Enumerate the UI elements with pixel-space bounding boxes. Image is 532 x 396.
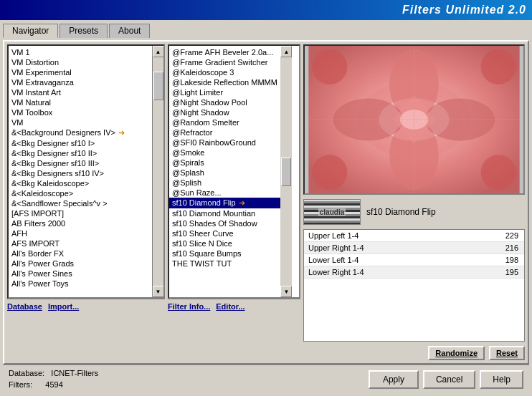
db-value: ICNET-Filters	[51, 369, 98, 377]
param-value: 198	[466, 254, 524, 266]
svg-point-10	[481, 155, 516, 190]
category-item[interactable]: All's Power Sines	[9, 269, 152, 279]
param-value: 229	[466, 230, 524, 242]
param-value: 195	[466, 266, 524, 279]
category-item[interactable]: All's Border FX	[9, 248, 152, 259]
param-label: Upper Right 1-4	[304, 242, 466, 254]
apply-btn[interactable]: Apply	[369, 370, 419, 389]
db-label: Database:	[9, 369, 44, 377]
filter-item[interactable]: @Sun Raze...	[169, 188, 280, 198]
category-item[interactable]: VM	[9, 117, 152, 127]
filter-item[interactable]: @Refractor	[169, 127, 280, 137]
param-row: Upper Right 1-4216	[304, 242, 524, 254]
category-item[interactable]: &<Bkg Kaleidoscope>	[9, 178, 152, 188]
param-label: Upper Left 1-4	[304, 230, 466, 242]
category-item[interactable]: AFH	[9, 228, 152, 238]
filter-list: @Frame AFH Beveler 2.0a...@Frame Gradien…	[169, 46, 280, 297]
category-item[interactable]: VM Instant Art	[9, 87, 152, 97]
param-value: 216	[466, 242, 524, 254]
filter-info-btn[interactable]: Filter Info...	[168, 302, 210, 311]
filter-item[interactable]: @Smoke	[169, 148, 280, 158]
filter-item[interactable]: @Light Limiter	[169, 87, 280, 97]
param-label: Lower Right 1-4	[304, 266, 466, 279]
category-item[interactable]: AB Filters 2000	[9, 218, 152, 228]
category-item[interactable]: VM Distortion	[9, 57, 152, 67]
tab-bar: Navigator Presets About	[3, 23, 529, 37]
filter-scroll-up[interactable]: ▲	[280, 46, 292, 57]
category-item[interactable]: [AFS IMPORT]	[9, 208, 152, 218]
filter-item[interactable]: @Frame Gradient Switcher	[169, 57, 280, 67]
preview-image	[303, 44, 525, 195]
tab-presets[interactable]: Presets	[60, 24, 108, 38]
filter-item[interactable]: @Night Shadow	[169, 107, 280, 117]
tab-navigator[interactable]: Navigator	[3, 24, 58, 38]
params-table: Upper Left 1-4229Upper Right 1-4216Lower…	[303, 229, 525, 342]
param-row: Lower Right 1-4195	[304, 266, 524, 279]
title-text: Filters Unlimited 2.0	[402, 4, 526, 16]
filter-item[interactable]: @Random Smelter	[169, 117, 280, 127]
category-list: VM 1VM DistortionVM ExperimentalVM Extra…	[9, 46, 152, 297]
filter-item[interactable]: @Splash	[169, 168, 280, 178]
category-item[interactable]: All's Power Toys	[9, 279, 152, 289]
category-item[interactable]: AFS IMPORT	[9, 238, 152, 248]
filter-info-row: claudia sf10 Diamond Flip	[303, 198, 525, 226]
category-item[interactable]: &<Background Designers IV>➜	[9, 127, 152, 138]
filter-item[interactable]: @Kaleidoscope 3	[169, 67, 280, 77]
scroll-down-btn[interactable]: ▼	[153, 286, 164, 297]
filter-item[interactable]: @Splish	[169, 178, 280, 188]
reset-btn[interactable]: Reset	[489, 346, 525, 360]
editor-btn[interactable]: Editor...	[216, 302, 244, 311]
filter-item[interactable]: @Spirals	[169, 158, 280, 168]
database-btn[interactable]: Database	[7, 302, 42, 311]
title-bar: Filters Unlimited 2.0	[0, 0, 532, 20]
category-item[interactable]: &<Kaleidoscope>	[9, 188, 152, 198]
param-row: Upper Left 1-4229	[304, 230, 524, 242]
filter-item[interactable]: THE TWIST TUT	[169, 259, 280, 269]
filter-item[interactable]: sf10 Shades Of Shadow	[169, 218, 280, 228]
category-item[interactable]: &<Sandflower Specials^v >	[9, 198, 152, 208]
status-bar: Database: ICNET-Filters Filters: 4594 Ap…	[3, 364, 529, 393]
filter-item[interactable]: sf10 Square Bumps	[169, 248, 280, 259]
param-row: Lower Left 1-4198	[304, 254, 524, 266]
category-item[interactable]: &<Bkg Designer sf10 I>	[9, 138, 152, 148]
import-btn[interactable]: Import...	[48, 302, 79, 311]
filter-item[interactable]: @Frame AFH Beveler 2.0a...	[169, 47, 280, 57]
category-item[interactable]: &<Bkg Designers sf10 IV>	[9, 168, 152, 178]
filter-item[interactable]: sf10 Diamond Mountian	[169, 208, 280, 218]
filter-thumbnail: claudia	[303, 199, 361, 225]
scroll-up-btn[interactable]: ▲	[153, 46, 164, 57]
category-item[interactable]: VM 1	[9, 47, 152, 57]
svg-point-8	[481, 49, 516, 84]
filter-item[interactable]: @Lakeside Reflection MMMM	[169, 77, 280, 87]
randomize-btn[interactable]: Randomize	[428, 346, 485, 360]
status-info: Database: ICNET-Filters Filters: 4594	[9, 368, 363, 390]
help-btn[interactable]: Help	[480, 370, 523, 389]
filters-value: 4594	[45, 380, 62, 389]
svg-point-9	[312, 155, 347, 190]
filter-item[interactable]: sf10 Sheer Curve	[169, 228, 280, 238]
tab-about[interactable]: About	[109, 24, 150, 38]
filter-item[interactable]: @Night Shadow Pool	[169, 97, 280, 107]
filter-name: sf10 Diamond Flip	[366, 207, 436, 217]
param-label: Lower Left 1-4	[304, 254, 466, 266]
category-item[interactable]: VM Natural	[9, 97, 152, 107]
randomize-reset-row: Randomize Reset	[303, 344, 525, 360]
category-item[interactable]: All's Power Grads	[9, 259, 152, 269]
filter-item[interactable]: sf10 Slice N Dice	[169, 238, 280, 248]
category-item[interactable]: VM Toolbox	[9, 107, 152, 117]
action-buttons: Apply Cancel Help	[369, 370, 523, 389]
category-item[interactable]: VM Extravaganza	[9, 77, 152, 87]
category-item[interactable]: &<Bkg Designer sf10 II>	[9, 148, 152, 158]
filter-item[interactable]: sf10 Diamond Flip➜	[169, 198, 280, 208]
filter-scroll-down[interactable]: ▼	[280, 286, 292, 297]
filters-label: Filters:	[9, 380, 32, 389]
category-item[interactable]: &<Bkg Designer sf10 III>	[9, 158, 152, 168]
filter-item[interactable]: @SFI0 RainbowGround	[169, 137, 280, 148]
svg-point-7	[312, 49, 347, 84]
cancel-btn[interactable]: Cancel	[423, 370, 475, 389]
category-item[interactable]: VM Experimental	[9, 67, 152, 77]
thumb-label: claudia	[318, 208, 346, 216]
